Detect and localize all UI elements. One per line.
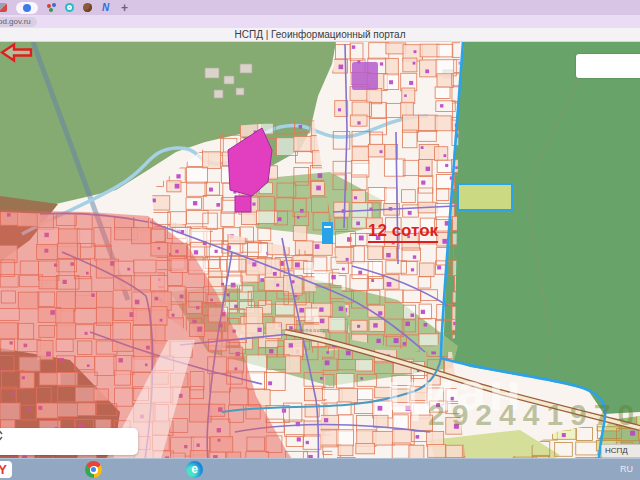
address-url[interactable]: pd.gov.ru <box>0 17 37 27</box>
left-arrow-icon <box>0 42 33 63</box>
gray-building <box>205 68 219 78</box>
page-title: НСПД | Геоинформационный портал <box>0 28 640 42</box>
address-bar[interactable]: pd.gov.ru <box>0 15 640 28</box>
drop-favicon[interactable] <box>65 3 74 12</box>
bear-favicon[interactable] <box>83 3 92 12</box>
parcel-select[interactable] <box>0 428 138 455</box>
gray-building <box>236 88 244 95</box>
gray-building <box>240 64 252 73</box>
screen: N + pd.gov.ru НСПД | Геоинформационный п… <box>0 0 640 480</box>
highlighted-parcel[interactable] <box>322 222 333 244</box>
area-annotation: 12 соток <box>368 221 438 243</box>
map-tooltip: НСПД <box>601 444 640 458</box>
gray-building <box>214 90 223 98</box>
violet-zone <box>352 62 378 90</box>
new-tab-button[interactable]: + <box>121 2 128 14</box>
green-parcel <box>458 184 512 210</box>
magenta-block <box>235 196 251 212</box>
parcel-mark <box>324 226 331 228</box>
language-indicator[interactable]: RU <box>620 464 633 474</box>
forest-right <box>443 42 640 414</box>
active-tab[interactable] <box>16 2 38 14</box>
map-viewport[interactable]: циан 2924419707 Сосновая ул. 12 соток НС… <box>0 42 640 458</box>
edge-icon[interactable]: e <box>186 461 203 478</box>
gray-building <box>224 76 234 84</box>
taskbar: Y e RU <box>0 458 640 480</box>
spinner-icon[interactable] <box>0 428 4 443</box>
clipped-favicon[interactable] <box>0 3 7 12</box>
cadastral-map[interactable] <box>0 42 640 458</box>
yandex-browser-icon[interactable]: Y <box>0 461 12 478</box>
tab-strip: N + <box>0 0 640 15</box>
active-tab-favicon <box>23 4 31 12</box>
chrome-icon[interactable] <box>85 461 102 478</box>
map-search-panel[interactable] <box>576 54 640 78</box>
extensions-cluster-favicon[interactable] <box>47 3 56 12</box>
navigator-favicon[interactable]: N <box>101 3 110 12</box>
